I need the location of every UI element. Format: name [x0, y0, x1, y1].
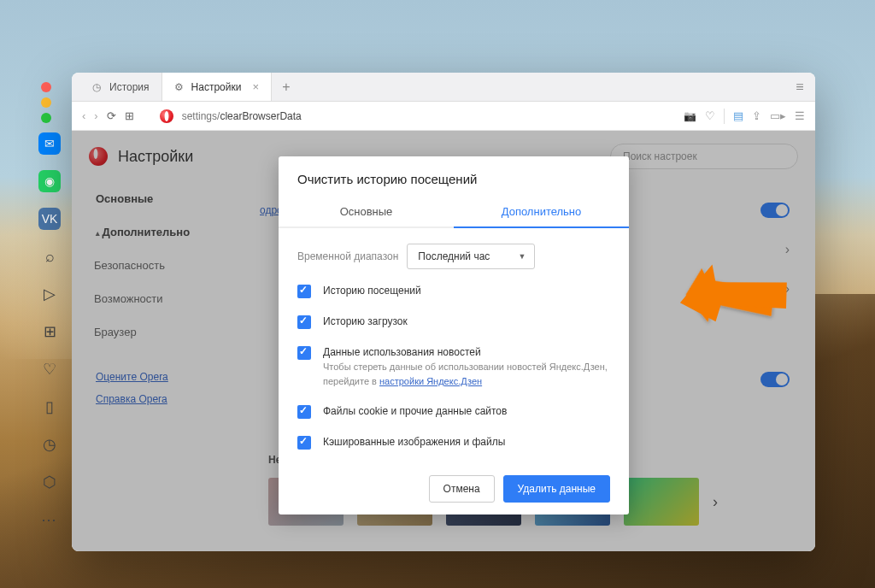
content-area: Настройки Поиск настроек Основные Дополн… [72, 131, 815, 551]
back-button[interactable]: ‹ [82, 109, 85, 122]
close-icon[interactable]: × [252, 80, 259, 93]
heart-icon[interactable]: ♡ [705, 109, 715, 122]
history-icon [92, 81, 103, 92]
bookmark-icon[interactable]: ▯ [38, 396, 61, 418]
toolbar: ‹ › ⟳ ⊞ settings/clearBrowserData ♡ ▤ ⇪ … [72, 102, 815, 131]
apps-icon[interactable]: ⊞ [125, 109, 134, 122]
yandex-zen-link[interactable]: настройки Яндекс.Дзен [379, 376, 482, 386]
sync-icon[interactable]: ▤ [733, 109, 743, 122]
option-label: Данные использования новостей Чтобы стер… [323, 346, 610, 388]
option-label: Историю загрузок [323, 315, 408, 327]
option-label: Кэшированные изображения и файлы [323, 436, 505, 448]
option-label: Файлы cookie и прочие данные сайтов [323, 405, 507, 417]
close-dot-icon[interactable] [41, 82, 51, 92]
confirm-button[interactable]: Удалить данные [503, 475, 610, 503]
easy-setup-icon[interactable]: ☰ [795, 109, 805, 122]
share-icon[interactable]: ⇪ [752, 109, 761, 122]
chevron-down-icon: ▼ [518, 252, 526, 261]
new-tab-button[interactable]: + [272, 73, 301, 101]
cancel-button[interactable]: Отмена [429, 475, 495, 503]
tab-label: История [109, 81, 150, 93]
battery-icon[interactable]: ▭▸ [770, 109, 786, 122]
heart-icon[interactable]: ♡ [38, 358, 61, 380]
clear-options-list: Историю посещений Историю загрузок Данны… [279, 273, 629, 467]
dialog-title: Очистить историю посещений [279, 156, 629, 197]
time-range-select[interactable]: Последний час ▼ [407, 244, 535, 269]
checkbox-history[interactable] [297, 285, 311, 298]
checkbox-news[interactable] [297, 346, 311, 360]
tab-strip: История Настройки × + [72, 73, 815, 102]
separator [724, 109, 725, 124]
messenger-icon[interactable]: ✉ [38, 132, 61, 155]
reload-button[interactable]: ⟳ [107, 109, 116, 122]
tab-advanced[interactable]: Дополнительно [454, 197, 629, 228]
whatsapp-icon[interactable]: ◉ [38, 170, 61, 192]
time-range-label: Временной диапазон [297, 250, 398, 262]
extensions-icon[interactable]: ⬡ [38, 471, 61, 493]
send-icon[interactable]: ▷ [38, 283, 61, 305]
speed-dial-icon[interactable]: ⊞ [38, 320, 61, 343]
history-icon[interactable]: ◷ [38, 433, 61, 456]
maximize-dot-icon[interactable] [41, 113, 51, 123]
minimize-dot-icon[interactable] [41, 97, 51, 108]
more-icon[interactable]: ⋯ [38, 509, 61, 531]
forward-button[interactable]: › [94, 109, 97, 122]
browser-window: История Настройки × + ‹ › ⟳ ⊞ settings/c… [72, 73, 815, 551]
tab-history[interactable]: История [80, 73, 162, 101]
tab-settings[interactable]: Настройки × [162, 73, 272, 101]
address-bar[interactable]: settings/clearBrowserData [182, 110, 675, 122]
tab-label: Настройки [191, 81, 242, 93]
gear-icon [174, 81, 185, 92]
checkbox-cookies[interactable] [297, 405, 311, 419]
vk-icon[interactable]: VK [38, 208, 61, 230]
clear-data-dialog: Очистить историю посещений Основные Допо… [279, 156, 629, 514]
checkbox-downloads[interactable] [297, 315, 311, 329]
dialog-tabs: Основные Дополнительно [279, 197, 629, 228]
checkbox-cache[interactable] [297, 436, 311, 450]
opera-logo-icon [160, 109, 173, 123]
snapshot-icon[interactable] [684, 109, 696, 122]
option-label: Историю посещений [323, 285, 421, 297]
tab-basic[interactable]: Основные [279, 197, 454, 226]
search-icon[interactable]: ⌕ [38, 245, 61, 268]
tab-menu-icon[interactable] [784, 73, 815, 101]
window-traffic-lights [41, 82, 51, 123]
opera-sidebar: ✉ ◉ VK ⌕ ▷ ⊞ ♡ ▯ ◷ ⬡ ⋯ [34, 132, 65, 531]
